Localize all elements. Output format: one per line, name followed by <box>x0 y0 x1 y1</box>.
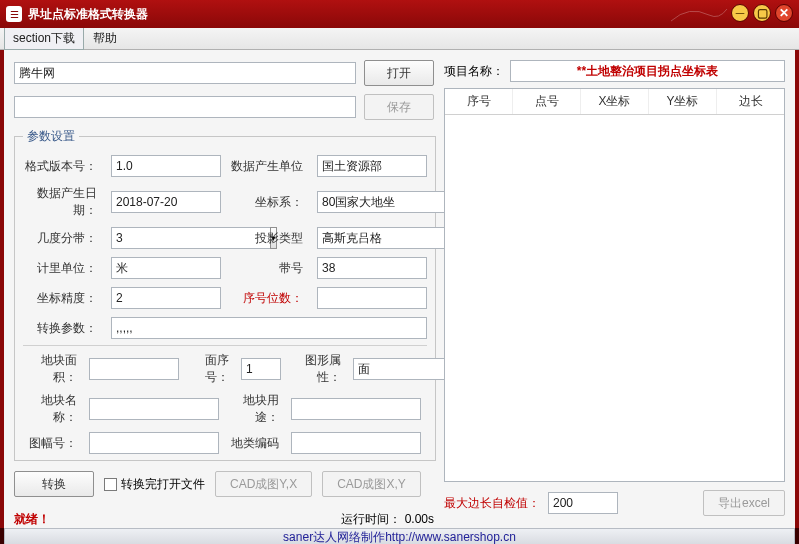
proj-label: 投影类型 <box>229 230 309 247</box>
cad-xy-button: CAD成图X,Y <box>322 471 421 497</box>
unit-gen-label: 数据产生单位 <box>229 158 309 175</box>
date-label: 数据产生日期： <box>23 185 103 219</box>
runtime-text: 运行时间： 0.00s <box>341 511 434 528</box>
sheet-input[interactable] <box>89 432 219 454</box>
col-seq: 序号 <box>445 89 513 114</box>
faceno-label: 面序号： <box>185 352 235 386</box>
maximize-button[interactable]: ▢ <box>753 4 771 22</box>
data-table[interactable]: 序号 点号 X坐标 Y坐标 边长 <box>444 88 785 482</box>
table-body <box>445 115 784 481</box>
seq-label: 序号位数： <box>229 290 309 307</box>
area-input[interactable] <box>89 358 179 380</box>
faceno-input[interactable] <box>241 358 281 380</box>
col-x: X坐标 <box>581 89 649 114</box>
params-fieldset: 参数设置 格式版本号： 数据产生单位 数据产生日期： 坐标系： ▾ 几度分带： … <box>14 128 436 461</box>
unit-gen-input[interactable] <box>317 155 427 177</box>
band-label: 带号 <box>229 260 309 277</box>
app-icon: ☰ <box>6 6 22 22</box>
window-title: 界址点标准格式转换器 <box>28 6 148 23</box>
project-title: **土地整治项目拐点坐标表 <box>510 60 785 82</box>
footer: saner达人网络制作 http://www.sanershop.cn <box>4 528 795 544</box>
export-excel-button: 导出excel <box>703 490 785 516</box>
save-button: 保存 <box>364 94 434 120</box>
band-input[interactable] <box>317 257 427 279</box>
landuse-input[interactable] <box>291 398 421 420</box>
landcode-label: 地类编码 <box>225 435 285 452</box>
titlebar-decoration <box>669 3 729 23</box>
blockname-label: 地块名称： <box>23 392 83 426</box>
menu-help[interactable]: 帮助 <box>84 27 126 50</box>
convparam-input[interactable] <box>111 317 427 339</box>
filepath-input[interactable] <box>14 62 356 84</box>
table-header: 序号 点号 X坐标 Y坐标 边长 <box>445 89 784 115</box>
maxedge-input[interactable] <box>548 492 618 514</box>
close-button[interactable]: ✕ <box>775 4 793 22</box>
meas-label: 计里单位： <box>23 260 103 277</box>
zone-label: 几度分带： <box>23 230 103 247</box>
meas-input[interactable] <box>111 257 221 279</box>
coordsys-label: 坐标系： <box>229 194 309 211</box>
prec-label: 坐标精度： <box>23 290 103 307</box>
convert-button[interactable]: 转换 <box>14 471 94 497</box>
sheet-label: 图幅号： <box>23 435 83 452</box>
shape-label: 图形属性： <box>287 352 347 386</box>
cad-yx-button: CAD成图Y,X <box>215 471 312 497</box>
landuse-label: 地块用途： <box>225 392 285 426</box>
blockname-input[interactable] <box>89 398 219 420</box>
col-edge: 边长 <box>717 89 784 114</box>
menu-section-download[interactable]: section下载 <box>4 27 84 50</box>
open-button[interactable]: 打开 <box>364 60 434 86</box>
landcode-input[interactable] <box>291 432 421 454</box>
savepath-input[interactable] <box>14 96 356 118</box>
footer-link[interactable]: http://www.sanershop.cn <box>385 530 516 544</box>
convparam-label: 转换参数： <box>23 320 103 337</box>
prec-input[interactable] <box>111 287 221 309</box>
area-label: 地块面积： <box>23 352 83 386</box>
maxedge-label: 最大边长自检值： <box>444 495 540 512</box>
titlebar: ☰ 界址点标准格式转换器 ─ ▢ ✕ <box>0 0 799 28</box>
version-label: 格式版本号： <box>23 158 103 175</box>
projname-label: 项目名称： <box>444 63 504 80</box>
menubar: section下载 帮助 <box>0 28 799 50</box>
version-input[interactable] <box>111 155 221 177</box>
params-legend: 参数设置 <box>23 128 79 145</box>
openafter-checkbox[interactable]: 转换完打开文件 <box>104 476 205 493</box>
col-point: 点号 <box>513 89 581 114</box>
status-text: 就绪！ <box>14 511 50 528</box>
col-y: Y坐标 <box>649 89 717 114</box>
date-input[interactable] <box>111 191 221 213</box>
seq-input[interactable] <box>317 287 427 309</box>
minimize-button[interactable]: ─ <box>731 4 749 22</box>
